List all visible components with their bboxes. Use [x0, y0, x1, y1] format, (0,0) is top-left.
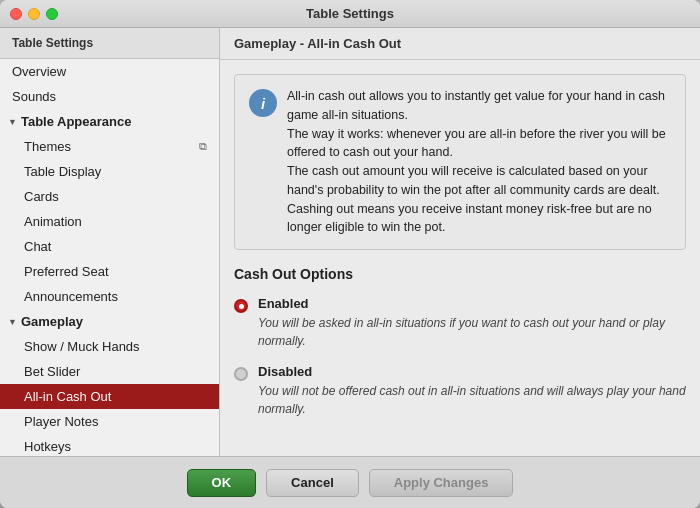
option-enabled-desc: You will be asked in all-in situations i…: [258, 314, 686, 350]
info-text: All-in cash out allows you to instantly …: [287, 87, 671, 237]
option-disabled-row: Disabled You will not be offered cash ou…: [234, 364, 686, 418]
sidebar-item-themes-label: Themes: [24, 139, 71, 154]
sidebar-item-sounds-label: Sounds: [12, 89, 56, 104]
sidebar-item-preferred-seat[interactable]: Preferred Seat: [0, 259, 219, 284]
ok-button[interactable]: OK: [187, 469, 257, 497]
sidebar-item-chat-label: Chat: [24, 239, 51, 254]
traffic-lights: [10, 8, 58, 20]
option-enabled-label: Enabled: [258, 296, 686, 311]
sidebar-item-show-muck-hands-label: Show / Muck Hands: [24, 339, 140, 354]
info-box: i All-in cash out allows you to instantl…: [234, 74, 686, 250]
collapse-triangle-icon: ▼: [8, 117, 17, 127]
sidebar-item-hotkeys[interactable]: Hotkeys: [0, 434, 219, 456]
sidebar-item-chat[interactable]: Chat: [0, 234, 219, 259]
sidebar-item-cards[interactable]: Cards: [0, 184, 219, 209]
close-button[interactable]: [10, 8, 22, 20]
option-disabled-label: Disabled: [258, 364, 686, 379]
cancel-button[interactable]: Cancel: [266, 469, 359, 497]
collapse-triangle-gameplay-icon: ▼: [8, 317, 17, 327]
option-disabled-desc: You will not be offered cash out in all-…: [258, 382, 686, 418]
sidebar: Table Settings Overview Sounds ▼ Table A…: [0, 28, 220, 456]
main-window: Table Settings Table Settings Overview S…: [0, 0, 700, 508]
sidebar-item-player-notes[interactable]: Player Notes: [0, 409, 219, 434]
info-icon: i: [249, 89, 277, 117]
minimize-button[interactable]: [28, 8, 40, 20]
cash-out-options-title: Cash Out Options: [234, 266, 686, 282]
panel-body: i All-in cash out allows you to instantl…: [220, 60, 700, 456]
sidebar-section-table-appearance-label: Table Appearance: [21, 114, 132, 129]
maximize-button[interactable]: [46, 8, 58, 20]
panel-header: Gameplay - All-in Cash Out: [220, 28, 700, 60]
sidebar-item-player-notes-label: Player Notes: [24, 414, 98, 429]
sidebar-item-announcements[interactable]: Announcements: [0, 284, 219, 309]
sidebar-item-table-display[interactable]: Table Display: [0, 159, 219, 184]
option-enabled-row: Enabled You will be asked in all-in situ…: [234, 296, 686, 350]
sidebar-item-show-muck-hands[interactable]: Show / Muck Hands: [0, 334, 219, 359]
radio-enabled[interactable]: [234, 299, 248, 313]
sidebar-item-overview-label: Overview: [12, 64, 66, 79]
sidebar-item-overview[interactable]: Overview: [0, 59, 219, 84]
sidebar-item-animation[interactable]: Animation: [0, 209, 219, 234]
option-disabled-content: Disabled You will not be offered cash ou…: [258, 364, 686, 418]
sidebar-section-gameplay: ▼ Gameplay: [0, 309, 219, 334]
sidebar-item-themes[interactable]: Themes ⧉: [0, 134, 219, 159]
main-content: Table Settings Overview Sounds ▼ Table A…: [0, 28, 700, 456]
sidebar-item-bet-slider[interactable]: Bet Slider: [0, 359, 219, 384]
radio-disabled[interactable]: [234, 367, 248, 381]
sidebar-header: Table Settings: [0, 28, 219, 59]
sidebar-item-sounds[interactable]: Sounds: [0, 84, 219, 109]
window-title: Table Settings: [306, 6, 394, 21]
right-panel: Gameplay - All-in Cash Out i All-in cash…: [220, 28, 700, 456]
sidebar-item-bet-slider-label: Bet Slider: [24, 364, 80, 379]
external-link-icon: ⧉: [199, 140, 207, 153]
sidebar-item-announcements-label: Announcements: [24, 289, 118, 304]
sidebar-item-cards-label: Cards: [24, 189, 59, 204]
apply-changes-button[interactable]: Apply Changes: [369, 469, 514, 497]
option-enabled-content: Enabled You will be asked in all-in situ…: [258, 296, 686, 350]
sidebar-section-gameplay-label: Gameplay: [21, 314, 83, 329]
sidebar-item-table-display-label: Table Display: [24, 164, 101, 179]
sidebar-item-hotkeys-label: Hotkeys: [24, 439, 71, 454]
sidebar-item-animation-label: Animation: [24, 214, 82, 229]
sidebar-section-table-appearance: ▼ Table Appearance: [0, 109, 219, 134]
titlebar: Table Settings: [0, 0, 700, 28]
sidebar-item-all-in-cash-out-label: All-in Cash Out: [24, 389, 111, 404]
radio-enabled-inner: [239, 304, 244, 309]
sidebar-item-preferred-seat-label: Preferred Seat: [24, 264, 109, 279]
footer: OK Cancel Apply Changes: [0, 456, 700, 508]
sidebar-item-all-in-cash-out[interactable]: All-in Cash Out: [0, 384, 219, 409]
